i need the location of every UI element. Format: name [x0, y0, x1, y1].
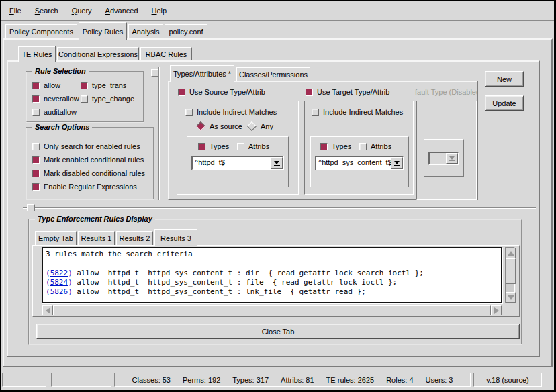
- checkbox-indicator: [81, 95, 88, 103]
- combobox-value[interactable]: ^httpd_sys_content_t$: [316, 157, 391, 169]
- vertical-sash-handle[interactable]: [151, 69, 158, 77]
- default-type-label: Default Type (Disabled): [415, 88, 477, 97]
- tab-policy-conf[interactable]: policy.conf: [165, 24, 207, 38]
- checkbox-use-source-type[interactable]: Use Source Type/Attrib: [178, 88, 265, 96]
- tab-classes-permissions[interactable]: Classes/Permissions: [236, 67, 310, 81]
- tab-analysis[interactable]: Analysis: [128, 24, 163, 38]
- checkbox-target-indirect[interactable]: Include Indirect Matches: [312, 108, 403, 116]
- statusbar-stats: Classes: 53 Perms: 192 Types: 317 Attrib…: [114, 373, 471, 387]
- tab-rbac-rules[interactable]: RBAC Rules: [140, 47, 192, 60]
- horizontal-sash-line: [23, 207, 536, 209]
- radio-any[interactable]: Any: [247, 122, 273, 130]
- scrollbar-thumb[interactable]: [53, 305, 491, 315]
- stat-classes: Classes: 53: [132, 376, 171, 384]
- menubar-separator: [1, 20, 554, 21]
- source-types-frame: Types Attribs ^httpd_t$: [187, 136, 289, 187]
- tab-types-attributes[interactable]: Types/Attributes *: [170, 65, 234, 82]
- checkbox-target-attribs[interactable]: Attribs: [359, 142, 391, 150]
- checkbox-auditallow[interactable]: auditallow: [32, 108, 77, 116]
- checkbox-indicator: [32, 95, 40, 103]
- stat-attribs: Attribs: 81: [281, 376, 314, 384]
- checkbox-type-change[interactable]: type_change: [81, 95, 134, 103]
- search-options-title: Search Options: [32, 123, 92, 131]
- checkbox-type-trans[interactable]: type_trans: [81, 81, 126, 89]
- menu-advanced[interactable]: Advanced: [99, 3, 145, 18]
- checkbox-indicator: [178, 89, 185, 96]
- scroll-down-icon[interactable]: [506, 292, 516, 303]
- rule-selection-title: Rule Selection: [32, 67, 89, 75]
- update-button[interactable]: Update: [485, 95, 524, 111]
- checkbox-source-indirect[interactable]: Include Indirect Matches: [185, 108, 277, 116]
- checkbox-allow[interactable]: allow: [32, 81, 60, 89]
- target-type-combobox[interactable]: ^httpd_sys_content_t$: [315, 156, 404, 170]
- checkbox-indicator: [32, 170, 40, 177]
- checkbox-indicator: [32, 109, 40, 116]
- close-tab-button[interactable]: Close Tab: [36, 324, 520, 339]
- tab-conditional-expressions[interactable]: Conditional Expressions: [57, 47, 139, 60]
- checkbox-indicator: [185, 109, 193, 116]
- scrollbar-thumb[interactable]: [506, 258, 516, 284]
- rule-number-link[interactable]: 5826: [50, 287, 68, 296]
- result-rule-row: (5824) allow httpd_t httpd_sys_content_t…: [46, 278, 498, 287]
- checkbox-indicator: [32, 82, 40, 89]
- statusbar-version: v.18 (source): [473, 373, 542, 387]
- checkbox-indicator: [320, 143, 328, 150]
- combobox-value[interactable]: ^httpd_t$: [193, 157, 271, 169]
- new-button[interactable]: New: [485, 71, 524, 87]
- tab-results-1[interactable]: Results 1: [78, 231, 115, 245]
- rule-number-link[interactable]: 5824: [50, 278, 68, 287]
- checkbox-enable-regex[interactable]: Enable Regular Expressions: [32, 183, 137, 191]
- tab-te-rules[interactable]: TE Rules: [18, 46, 56, 62]
- tab-policy-rules[interactable]: Policy Rules: [79, 22, 127, 40]
- source-type-combobox[interactable]: ^httpd_t$: [191, 156, 284, 170]
- checkbox-indicator: [81, 82, 88, 89]
- checkbox-indicator: [198, 143, 205, 150]
- tab-results-2[interactable]: Results 2: [116, 231, 153, 245]
- checkbox-source-attribs[interactable]: Attribs: [237, 142, 269, 150]
- checkbox-neverallow[interactable]: neverallow: [32, 95, 79, 103]
- dropdown-arrow-icon[interactable]: [391, 157, 403, 169]
- menu-help[interactable]: Help: [145, 3, 174, 18]
- scroll-right-icon[interactable]: [491, 305, 502, 315]
- dropdown-arrow-icon[interactable]: [271, 157, 283, 169]
- results-blank-line: [46, 259, 498, 268]
- target-types-frame: Types Attribs ^httpd_sys_content_t$: [310, 136, 409, 187]
- checkbox-target-types[interactable]: Types: [320, 142, 351, 150]
- checkbox-use-target-type[interactable]: Use Target Type/Attrib: [306, 88, 389, 96]
- rule-number-link[interactable]: 5822: [50, 268, 68, 277]
- scroll-left-icon[interactable]: [42, 305, 53, 315]
- combobox-value: [430, 153, 446, 164]
- checkbox-only-enabled[interactable]: Only search for enabled rules: [32, 142, 140, 150]
- radio-as-source[interactable]: As source: [196, 122, 242, 130]
- checkbox-indicator: [237, 143, 244, 150]
- horizontal-sash-handle[interactable]: [27, 204, 35, 211]
- checkbox-mark-disabled[interactable]: Mark disabled conditional rules: [32, 169, 145, 177]
- default-type-combobox: [428, 152, 459, 165]
- checkbox-indicator: [312, 109, 319, 116]
- results-vertical-scrollbar[interactable]: [505, 247, 515, 303]
- source-type-frame: Include Indirect Matches As source Any T…: [177, 101, 299, 195]
- rule-selection-frame: Rule Selection allow type_trans neverall…: [26, 71, 144, 123]
- tab-empty-tab[interactable]: Empty Tab: [35, 231, 77, 245]
- te-rules-display-title: Type Enforcement Rules Display: [35, 215, 155, 223]
- tab-results-3[interactable]: Results 3: [154, 229, 197, 246]
- checkbox-indicator: [32, 183, 40, 191]
- menubar: File Search Query Advanced Help: [3, 2, 553, 19]
- statusbar-cell-empty-left: [2, 373, 46, 387]
- checkbox-indicator: [306, 89, 313, 96]
- results-horizontal-scrollbar[interactable]: [42, 305, 502, 315]
- tab-policy-components[interactable]: Policy Components: [5, 24, 77, 38]
- radio-indicator: [247, 121, 257, 131]
- menu-file[interactable]: File: [3, 3, 28, 18]
- menu-search[interactable]: Search: [28, 3, 65, 18]
- checkbox-indicator: [32, 156, 40, 164]
- results-summary: 3 rules match the search criteria: [46, 250, 498, 259]
- scroll-up-icon[interactable]: [506, 248, 516, 258]
- default-type-frame: [416, 101, 477, 200]
- checkbox-source-types[interactable]: Types: [198, 142, 229, 150]
- apol-window: File Search Query Advanced Help Policy C…: [0, 0, 556, 392]
- menu-query[interactable]: Query: [65, 3, 99, 18]
- default-type-inner-frame: [424, 139, 464, 177]
- dropdown-arrow-icon: [446, 153, 458, 164]
- checkbox-mark-enabled[interactable]: Mark enabled conditional rules: [32, 156, 144, 164]
